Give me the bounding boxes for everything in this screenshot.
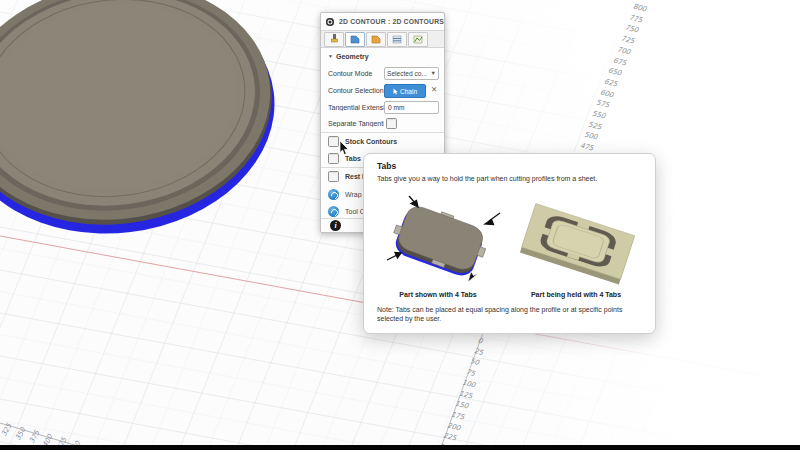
geometry-section-label: Geometry: [336, 53, 369, 60]
caption-part-held: Part being held with 4 Tabs: [506, 291, 646, 298]
tooltip-note: Note: Tabs can be placed at equal spacin…: [377, 305, 641, 324]
cam-viewport: 8007757507257006756506256005755505255004…: [0, 0, 800, 450]
stock-contours-label: Stock Contours: [345, 138, 397, 145]
separate-tangential-label: Separate Tangenti...: [328, 120, 384, 127]
info-icon[interactable]: i: [330, 220, 341, 231]
dialog-tab-strip: [321, 31, 444, 48]
part-with-tabs-figure: [382, 194, 502, 289]
tooltip-body: Tabs give you a way to hold the part whe…: [377, 175, 645, 182]
contour-mode-value: Selected co...: [387, 70, 427, 77]
tool-icon: [328, 34, 340, 44]
tool-orientation-icon: [328, 206, 339, 217]
geometry-tab[interactable]: [345, 32, 365, 47]
linking-icon: [412, 34, 424, 44]
rest-machining-checkbox[interactable]: [328, 171, 339, 182]
tool-tab[interactable]: [324, 32, 344, 47]
cursor-arrow-icon: [468, 272, 478, 283]
chevron-down-icon: ▼: [431, 70, 436, 76]
dialog-title: 2D CONTOUR : 2D CONTOURS: [339, 18, 444, 25]
contour-mode-dropdown[interactable]: Selected co... ▼: [384, 67, 439, 80]
section-caret-icon: ▼: [328, 53, 333, 59]
wrap-toolpath-icon: [328, 189, 339, 200]
contour-selection-label: Contour Selection: [328, 87, 384, 94]
model-disc[interactable]: [0, 0, 295, 246]
part-held-in-sheet-figure: [514, 200, 642, 286]
heights-icon: [370, 34, 382, 44]
contour-selection-row: Contour Selection Chain ✕: [321, 82, 444, 98]
tabs-tooltip: Tabs Tabs give you a way to hold the par…: [363, 153, 656, 334]
separate-tangential-checkbox[interactable]: [386, 118, 397, 129]
linking-tab[interactable]: [408, 32, 428, 47]
passes-tab[interactable]: [387, 32, 407, 47]
tangential-extension-input[interactable]: 0 mm: [384, 101, 439, 114]
tooltip-title: Tabs: [377, 161, 396, 171]
chain-selection-chip[interactable]: Chain: [384, 84, 426, 98]
mouse-cursor: [339, 141, 351, 156]
chain-chip-label: Chain: [400, 88, 417, 95]
tangential-extension-value: 0 mm: [388, 104, 404, 111]
geometry-icon: [349, 34, 361, 44]
tabs-checkbox[interactable]: [328, 153, 339, 164]
contour-mode-row: Contour Mode Selected co... ▼: [321, 65, 444, 81]
stock-contours-checkbox[interactable]: [328, 136, 339, 147]
passes-icon: [391, 34, 403, 44]
tangential-extension-row: Tangential Extensi... 0 mm: [321, 99, 444, 115]
bottom-bar: [0, 445, 800, 450]
separate-tangential-row: Separate Tangenti...: [321, 116, 444, 130]
geometry-section-header[interactable]: ▼ Geometry: [321, 49, 444, 63]
operation-icon: [326, 18, 334, 26]
tangential-extension-label: Tangential Extensi...: [328, 104, 384, 111]
heights-tab[interactable]: [366, 32, 386, 47]
caption-part-with-tabs: Part shown with 4 Tabs: [374, 291, 502, 298]
cursor-icon: [393, 88, 398, 95]
dialog-header[interactable]: 2D CONTOUR : 2D CONTOURS: [321, 13, 444, 31]
remove-selection-button[interactable]: ✕: [431, 85, 437, 94]
contour-mode-label: Contour Mode: [328, 70, 372, 77]
